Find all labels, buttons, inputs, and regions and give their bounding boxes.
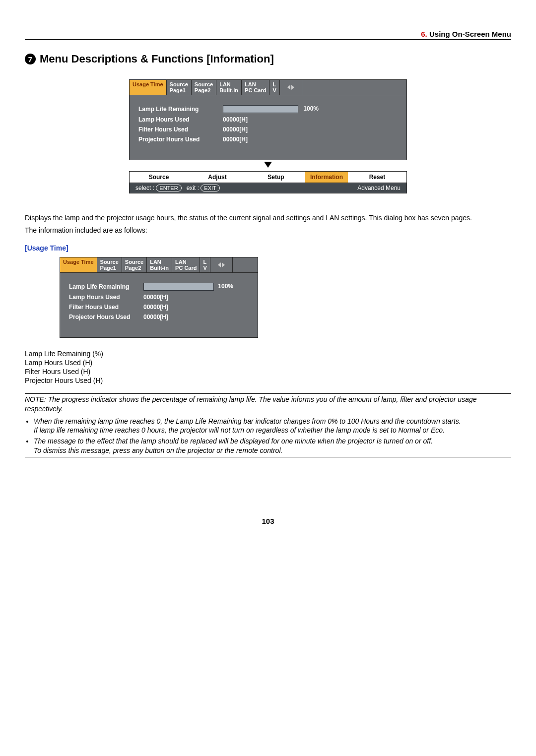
osd2-body: Lamp Life Remaining 100% Lamp Hours Used… xyxy=(60,273,258,338)
osd2-tab-lan-builtin[interactable]: LANBuilt-in xyxy=(147,257,172,272)
osd2-projector-hours-value: 00000[H] xyxy=(143,314,168,320)
osd2-tab-scroll[interactable] xyxy=(210,257,233,272)
chapter-number: 6. xyxy=(421,30,427,38)
footer-setup[interactable]: Setup xyxy=(247,172,305,183)
list-item-2: Lamp Hours Used (H) xyxy=(25,359,511,367)
list-item-1: Lamp Life Remaining (%) xyxy=(25,350,511,358)
tab-source-page1[interactable]: SourcePage1 xyxy=(167,80,192,95)
tab-lan-pccard[interactable]: LANPC Card xyxy=(242,80,269,95)
lamp-hours-value: 00000[H] xyxy=(223,116,248,123)
scroll-left-icon xyxy=(218,262,221,267)
osd2-projector-hours-label: Projector Hours Used xyxy=(69,314,143,320)
osd-screenshot-large: Usage Time SourcePage1 SourcePage2 LANBu… xyxy=(129,79,407,193)
osd2-filter-hours-label: Filter Hours Used xyxy=(69,304,143,311)
projector-hours-value: 00000[H] xyxy=(223,136,248,143)
title-text: Menu Descriptions & Functions [Informati… xyxy=(40,53,274,65)
scroll-right-icon xyxy=(222,262,225,267)
list-item-3: Filter Hours Used (H) xyxy=(25,368,511,376)
tab-scroll-arrows[interactable] xyxy=(280,80,302,95)
osd2-tab-strip: Usage Time SourcePage1 SourcePage2 LANBu… xyxy=(60,257,258,273)
lamp-life-label: Lamp Life Remaining xyxy=(138,106,223,113)
osd2-lamp-life-progress: 100% xyxy=(143,283,214,291)
osd2-tab-source-page1[interactable]: SourcePage1 xyxy=(97,257,122,272)
osd2-lamp-life-percent: 100% xyxy=(218,283,233,290)
osd-body: Lamp Life Remaining 100% Lamp Hours Used… xyxy=(129,95,407,160)
rule-top xyxy=(25,393,511,394)
chapter-title: Using On-Screen Menu xyxy=(429,30,511,38)
osd-footer-nav: Source Adjust Setup Information Reset xyxy=(129,171,407,183)
page-title: 7 Menu Descriptions & Functions [Informa… xyxy=(25,53,511,65)
note-bullet-1: When the remaining lamp time reaches 0, … xyxy=(34,417,511,435)
osd2-lamp-hours-label: Lamp Hours Used xyxy=(69,294,143,301)
rule-bottom xyxy=(25,457,511,457)
osd-footer-bar: select : ENTER exit : EXIT Advanced Menu xyxy=(129,183,407,193)
footer-exit-label: exit : xyxy=(187,185,199,191)
list-item-4: Projector Hours Used (H) xyxy=(25,377,511,384)
osd2-tab-source-page2[interactable]: SourcePage2 xyxy=(122,257,147,272)
projector-hours-label: Projector Hours Used xyxy=(138,136,223,143)
tab-source-page2[interactable]: SourcePage2 xyxy=(192,80,216,95)
osd-tab-strip: Usage Time SourcePage1 SourcePage2 LANBu… xyxy=(129,79,407,95)
note-bullet-2: The message to the effect that the lamp … xyxy=(34,437,511,454)
footer-select-key: ENTER xyxy=(156,185,181,191)
scroll-left-icon xyxy=(287,85,290,90)
tab-partial[interactable]: LV xyxy=(269,80,279,95)
footer-information[interactable]: Information xyxy=(305,172,348,183)
osd2-tab-usage-time[interactable]: Usage Time xyxy=(60,257,97,272)
title-bullet-number: 7 xyxy=(25,54,36,64)
osd2-tab-lan-pccard[interactable]: LANPC Card xyxy=(172,257,200,272)
tab-usage-time[interactable]: Usage Time xyxy=(130,80,167,95)
footer-adjust[interactable]: Adjust xyxy=(188,172,247,183)
page-number: 103 xyxy=(25,517,511,525)
lamp-life-percent: 100% xyxy=(303,105,319,112)
osd2-lamp-life-label: Lamp Life Remaining xyxy=(69,283,143,290)
intro-paragraph-2: The information included are as follows: xyxy=(25,226,511,235)
field-list: Lamp Life Remaining (%) Lamp Hours Used … xyxy=(25,350,511,384)
note-lead: NOTE: The progress indicator shows the p… xyxy=(25,395,511,414)
note-block: NOTE: The progress indicator shows the p… xyxy=(25,393,511,457)
osd2-filter-hours-value: 00000[H] xyxy=(143,304,168,311)
footer-advanced-menu: Advanced Menu xyxy=(357,185,401,191)
lamp-life-progress: 100% xyxy=(223,105,298,113)
footer-reset[interactable]: Reset xyxy=(348,172,406,183)
filter-hours-value: 00000[H] xyxy=(223,126,248,133)
intro-paragraph-1: Displays the lamp and the projector usag… xyxy=(25,213,511,223)
footer-source[interactable]: Source xyxy=(130,172,188,183)
footer-select-label: select : xyxy=(135,185,154,191)
lamp-hours-label: Lamp Hours Used xyxy=(138,116,223,123)
scroll-right-icon xyxy=(291,85,294,90)
osd-screenshot-small: Usage Time SourcePage1 SourcePage2 LANBu… xyxy=(60,257,258,338)
filter-hours-label: Filter Hours Used xyxy=(138,126,223,133)
subhead-usage-time: [Usage Time] xyxy=(25,244,511,252)
footer-exit-key: EXIT xyxy=(201,185,219,191)
chapter-header: 6. Using On-Screen Menu xyxy=(25,30,511,40)
triangle-down-icon xyxy=(264,162,272,168)
osd2-tab-partial[interactable]: LV xyxy=(200,257,210,272)
osd2-lamp-hours-value: 00000[H] xyxy=(143,294,168,301)
tab-lan-builtin[interactable]: LANBuilt-in xyxy=(216,80,242,95)
osd-down-indicator xyxy=(129,160,407,171)
